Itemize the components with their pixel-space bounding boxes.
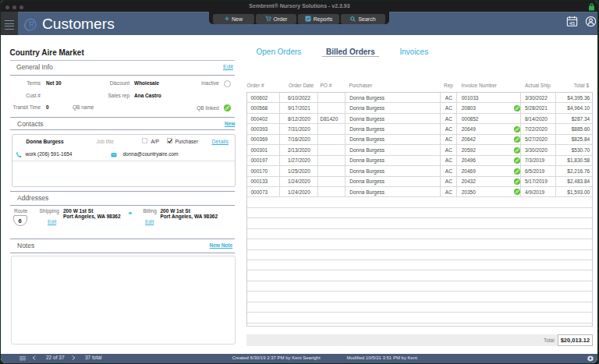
svg-text:45: 45 [569,20,575,26]
